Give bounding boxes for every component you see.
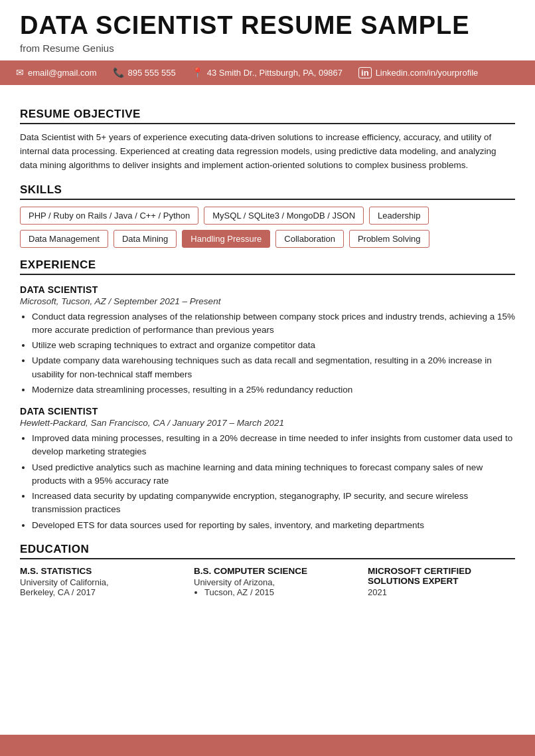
resume-subtitle: from Resume Genius bbox=[20, 43, 515, 54]
contact-linkedin: in Linkedin.com/in/yourprofile bbox=[358, 67, 478, 78]
phone-text: 895 555 555 bbox=[128, 68, 176, 78]
experience-title: EXPERIENCE bbox=[20, 258, 515, 275]
education-item: B.S. COMPUTER SCIENCEUniversity of Arizo… bbox=[194, 566, 341, 597]
resume-page: DATA SCIENTIST RESUME SAMPLE from Resume… bbox=[0, 0, 535, 756]
edu-degree: B.S. COMPUTER SCIENCE bbox=[194, 566, 341, 576]
skill-tag: Handling Pressure bbox=[182, 230, 270, 248]
skills-title: SKILLS bbox=[20, 183, 515, 200]
experience-container: DATA SCIENTISTMicrosoft, Tucson, AZ / Se… bbox=[20, 284, 515, 532]
skill-tag: Collaboration bbox=[275, 230, 344, 248]
phone-icon: 📞 bbox=[113, 67, 124, 78]
contact-email: ✉ email@gmail.com bbox=[16, 67, 97, 78]
education-grid: M.S. STATISTICSUniversity of California,… bbox=[20, 566, 515, 597]
skill-tag: Data Mining bbox=[114, 230, 177, 248]
job-bullet: Increased data security by updating comp… bbox=[32, 490, 515, 517]
linkedin-text: Linkedin.com/in/yourprofile bbox=[376, 68, 479, 78]
education-item: M.S. STATISTICSUniversity of California,… bbox=[20, 566, 167, 597]
education-title: EDUCATION bbox=[20, 543, 515, 559]
education-item: MICROSOFT CERTIFIED SOLUTIONS EXPERT2021 bbox=[368, 566, 515, 597]
experience-section: EXPERIENCE DATA SCIENTISTMicrosoft, Tucs… bbox=[20, 258, 515, 532]
resume-title: DATA SCIENTIST RESUME SAMPLE bbox=[20, 12, 515, 40]
contact-phone: 📞 895 555 555 bbox=[113, 67, 176, 78]
address-text: 43 Smith Dr., Pittsburgh, PA, 09867 bbox=[207, 68, 343, 78]
skills-section: SKILLS PHP / Ruby on Rails / Java / C++ … bbox=[20, 183, 515, 248]
contact-bar: ✉ email@gmail.com 📞 895 555 555 📍 43 Smi… bbox=[0, 60, 535, 85]
edu-bullet-list: Tucson, AZ / 2015 bbox=[194, 587, 341, 597]
email-text: email@gmail.com bbox=[28, 68, 97, 78]
job-bullets: Improved data mining processes, resultin… bbox=[20, 432, 515, 532]
edu-bullet-item: Tucson, AZ / 2015 bbox=[204, 587, 341, 597]
edu-degree: MICROSOFT CERTIFIED SOLUTIONS EXPERT bbox=[368, 566, 515, 586]
job-bullet: Update company data warehousing techniqu… bbox=[32, 354, 515, 381]
job-bullet: Utilize web scraping techniques to extra… bbox=[32, 339, 515, 352]
edu-school: University of Arizona, bbox=[194, 577, 341, 587]
job-company: Hewlett-Packard, San Francisco, CA / Jan… bbox=[20, 418, 515, 428]
edu-school: 2021 bbox=[368, 587, 515, 597]
job-title: DATA SCIENTIST bbox=[20, 406, 515, 417]
header-section: DATA SCIENTIST RESUME SAMPLE from Resume… bbox=[0, 0, 535, 60]
skill-tag: MySQL / SQLite3 / MongoDB / JSON bbox=[204, 207, 364, 225]
skill-tag: Problem Solving bbox=[349, 230, 429, 248]
job-bullet: Improved data mining processes, resultin… bbox=[32, 432, 515, 459]
skill-tag: Leadership bbox=[369, 207, 429, 225]
education-section: EDUCATION M.S. STATISTICSUniversity of C… bbox=[20, 543, 515, 597]
main-content: RESUME OBJECTIVE Data Scientist with 5+ … bbox=[0, 85, 535, 735]
contact-address: 📍 43 Smith Dr., Pittsburgh, PA, 09867 bbox=[192, 67, 343, 78]
footer-bar bbox=[0, 735, 535, 756]
job-company: Microsoft, Tucson, AZ / September 2021 –… bbox=[20, 296, 515, 306]
skill-tag: PHP / Ruby on Rails / Java / C++ / Pytho… bbox=[20, 207, 198, 225]
location-icon: 📍 bbox=[192, 67, 203, 78]
job-title: DATA SCIENTIST bbox=[20, 284, 515, 295]
skill-tag: Data Management bbox=[20, 230, 108, 248]
skills-tags: PHP / Ruby on Rails / Java / C++ / Pytho… bbox=[20, 207, 515, 248]
job-bullet: Developed ETS for data sources used for … bbox=[32, 519, 515, 532]
email-icon: ✉ bbox=[16, 67, 24, 78]
job-bullets: Conduct data regression analyses of the … bbox=[20, 310, 515, 397]
objective-text: Data Scientist with 5+ years of experien… bbox=[20, 131, 515, 173]
job-bullet: Modernize data streamlining processes, r… bbox=[32, 383, 515, 397]
job-bullet: Used predictive analytics such as machin… bbox=[32, 461, 515, 488]
job-bullet: Conduct data regression analyses of the … bbox=[32, 310, 515, 337]
edu-school: University of California, Berkeley, CA /… bbox=[20, 577, 167, 597]
objective-title: RESUME OBJECTIVE bbox=[20, 108, 515, 124]
edu-degree: M.S. STATISTICS bbox=[20, 566, 167, 576]
linkedin-icon: in bbox=[358, 67, 372, 78]
